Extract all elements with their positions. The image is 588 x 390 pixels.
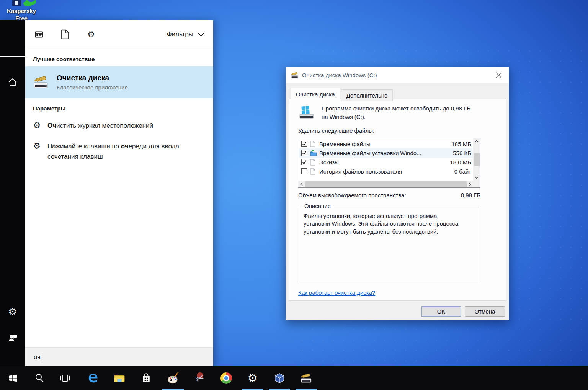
ok-button[interactable]: OK bbox=[421, 306, 461, 317]
files-listbox: Временные файлы 185 МБ Временные файлы у… bbox=[298, 138, 480, 188]
tab-disk-cleanup[interactable]: Очистка диска bbox=[291, 88, 340, 101]
dialog-titlebar[interactable]: Очистка диска Windows (C:) bbox=[286, 67, 509, 83]
start-search-panel: ⚙ ⚙ Фильтры Лучшее соответствие bbox=[0, 20, 213, 366]
gear-icon: ⚙ bbox=[32, 142, 41, 150]
paint-icon[interactable] bbox=[164, 366, 182, 390]
search-icon[interactable] bbox=[30, 366, 49, 390]
best-match-header: Лучшее соответствие bbox=[25, 49, 213, 66]
space-gained-label: Объем высвобождаемого пространства: bbox=[298, 192, 406, 198]
checkbox-unchecked[interactable] bbox=[301, 168, 307, 174]
filters-label: Фильтры bbox=[167, 31, 193, 38]
settings-filter-icon[interactable]: ⚙ bbox=[87, 30, 96, 39]
close-icon[interactable] bbox=[493, 70, 504, 81]
files-list-label: Удалить следующие файлы: bbox=[298, 127, 374, 134]
dialog-title: Очистка диска Windows (C:) bbox=[302, 72, 377, 78]
checkbox-checked[interactable] bbox=[301, 159, 307, 165]
file-row-user-file-history[interactable]: История файлов пользователя 0 байт bbox=[299, 167, 473, 176]
disk-cleanup-dialog: Очистка диска Windows (C:) Очистка диска… bbox=[286, 67, 509, 320]
chevron-down-icon bbox=[197, 32, 205, 37]
file-row-thumbnails[interactable]: Эскизы 18,0 МБ bbox=[299, 158, 473, 167]
documents-filter-icon[interactable] bbox=[60, 30, 70, 39]
file-icon bbox=[310, 168, 317, 175]
search-panel-header: ⚙ Фильтры bbox=[25, 20, 213, 49]
search-input-value: оч bbox=[34, 353, 41, 361]
scroll-up-icon[interactable] bbox=[473, 138, 480, 145]
scrollbar-corner bbox=[473, 181, 480, 187]
kaspersky-icon bbox=[3, 0, 40, 6]
result-text: Очистка диска Классическое приложение bbox=[57, 74, 128, 91]
store-icon[interactable] bbox=[137, 366, 155, 390]
horizontal-scrollbar[interactable] bbox=[298, 181, 473, 187]
hard-drive-icon bbox=[297, 103, 316, 122]
taskbar: ✂ ⚙ bbox=[0, 366, 588, 390]
start-button[interactable] bbox=[4, 366, 22, 390]
file-icon bbox=[310, 141, 317, 147]
feedback-icon[interactable] bbox=[0, 328, 25, 347]
cancel-button[interactable]: Отмена bbox=[465, 306, 505, 317]
virtualbox-icon[interactable] bbox=[270, 366, 289, 390]
description-text: Файлы установки, которые использует прог… bbox=[298, 206, 480, 236]
param-item-sticky-keys[interactable]: ⚙ Нажимайте клавиши по очереди для ввода… bbox=[25, 136, 213, 167]
gear-icon: ⚙ bbox=[32, 121, 41, 130]
param-item-clear-location-history[interactable]: ⚙ Очистить журнал местоположений bbox=[25, 115, 213, 136]
file-explorer-icon[interactable] bbox=[110, 366, 129, 390]
menu-icon[interactable] bbox=[0, 47, 25, 65]
scrollbar-thumb[interactable] bbox=[474, 153, 480, 166]
search-input[interactable]: оч bbox=[25, 347, 213, 366]
params-header: Параметры bbox=[25, 98, 213, 115]
search-panel-rail: ⚙ bbox=[0, 20, 25, 366]
scroll-left-icon[interactable] bbox=[298, 181, 305, 187]
result-subtitle: Классическое приложение bbox=[57, 84, 128, 91]
settings-gear-icon[interactable]: ⚙ bbox=[243, 366, 262, 390]
tab-page: Программа очистки диска может освободить… bbox=[289, 99, 506, 301]
file-row-temp-files[interactable]: Временные файлы 185 МБ bbox=[299, 139, 473, 148]
settings-gear-icon[interactable]: ⚙ bbox=[0, 302, 25, 321]
edge-icon[interactable] bbox=[84, 366, 102, 390]
tab-more-options[interactable]: Дополнительно bbox=[341, 89, 393, 101]
scrollbar-thumb[interactable] bbox=[305, 181, 467, 187]
folder-refresh-icon bbox=[310, 150, 317, 156]
snipping-tool-icon[interactable]: ✂ bbox=[191, 366, 209, 390]
param-item-label: Нажимайте клавиши по очереди для ввода с… bbox=[47, 141, 180, 162]
scroll-down-icon[interactable] bbox=[473, 174, 480, 181]
checkbox-checked[interactable] bbox=[301, 150, 307, 156]
how-cleanup-works-link[interactable]: Как работает очистка диска? bbox=[298, 289, 375, 296]
scroll-right-icon[interactable] bbox=[467, 181, 473, 187]
shortcut-label: Kaspersky Free bbox=[3, 8, 40, 22]
space-gained-row: Объем высвобождаемого пространства: 0,98… bbox=[298, 192, 480, 198]
disk-cleanup-taskbar-icon[interactable] bbox=[297, 366, 315, 390]
disk-cleanup-icon bbox=[291, 71, 299, 80]
file-icon bbox=[310, 159, 317, 166]
home-icon[interactable] bbox=[0, 73, 25, 91]
text-caret bbox=[41, 353, 42, 361]
file-row-windows-setup-temp[interactable]: Временные файлы установки Windo... 556 К… bbox=[299, 148, 473, 158]
result-title: Очистка диска bbox=[57, 74, 128, 82]
chrome-icon[interactable] bbox=[217, 366, 235, 390]
description-title: Описание bbox=[302, 203, 333, 209]
search-panel-body: ⚙ Фильтры Лучшее соответствие Очистка д bbox=[25, 20, 213, 366]
description-groupbox: Описание Файлы установки, которые исполь… bbox=[298, 206, 480, 284]
task-view-icon[interactable] bbox=[56, 366, 74, 390]
intro-row: Программа очистки диска может освободить… bbox=[297, 103, 490, 122]
apps-filter-icon[interactable] bbox=[34, 30, 44, 39]
disk-cleanup-icon bbox=[33, 74, 49, 90]
intro-text: Программа очистки диска может освободить… bbox=[322, 103, 490, 122]
space-gained-value: 0,98 ГБ bbox=[461, 192, 480, 198]
desktop-shortcut-kaspersky[interactable]: Kaspersky Free bbox=[3, 0, 40, 22]
search-result-disk-cleanup[interactable]: Очистка диска Классическое приложение bbox=[25, 66, 213, 98]
vertical-scrollbar[interactable] bbox=[473, 138, 480, 181]
dialog-tabs: Очистка диска Дополнительно bbox=[291, 88, 393, 101]
checkbox-checked[interactable] bbox=[301, 141, 307, 147]
filters-dropdown[interactable]: Фильтры bbox=[167, 31, 205, 38]
param-item-label: Очистить журнал местоположений bbox=[47, 121, 180, 131]
